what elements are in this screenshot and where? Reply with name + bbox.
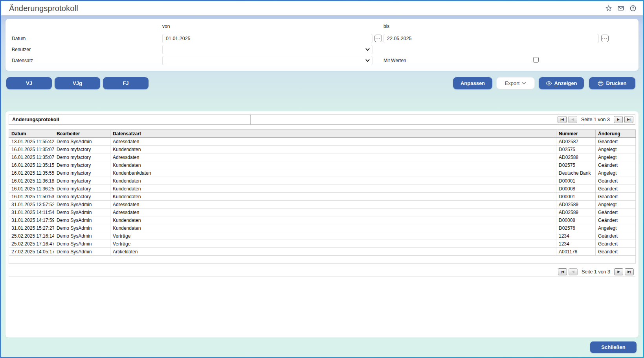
column-header-bearbeiter[interactable]: Bearbeiter bbox=[54, 130, 110, 138]
table-row[interactable]: 25.02.2025 17:16:47Demo SysAdminVerträge… bbox=[9, 240, 636, 248]
column-header-aenderung[interactable]: Änderung bbox=[596, 130, 636, 138]
table-row[interactable]: 16.01.2025 11:50:53Demo myfactoryKundend… bbox=[9, 193, 636, 201]
vjg-button[interactable]: VJg bbox=[55, 77, 100, 89]
help-icon[interactable] bbox=[629, 5, 637, 12]
table-row[interactable]: 31.01.2025 14:11:54Demo SysAdminAdressda… bbox=[9, 209, 636, 216]
table-row[interactable]: 31.01.2025 13:57:52Demo SysAdminAdressda… bbox=[9, 201, 636, 209]
table-cell: Kundendaten bbox=[110, 146, 556, 153]
export-button[interactable]: Export bbox=[496, 77, 535, 89]
table-cell: Artikeldaten bbox=[110, 248, 556, 256]
page-indicator: Seite 1 von 3 bbox=[579, 269, 613, 275]
last-page-button[interactable]: ▶| bbox=[624, 116, 633, 123]
table-cell: Demo myfactory bbox=[54, 177, 110, 185]
table-cell: Verträge bbox=[110, 240, 556, 248]
table-cell: AD02589 bbox=[556, 201, 596, 209]
first-page-button[interactable]: |◀ bbox=[558, 268, 567, 275]
table-row[interactable]: 25.02.2025 17:16:14Demo SysAdminVerträge… bbox=[9, 232, 636, 240]
grid-footbar: |◀ ◀ Seite 1 von 3 ▶ ▶| bbox=[9, 267, 635, 277]
next-page-button[interactable]: ▶ bbox=[614, 116, 623, 123]
filter-panel: von bis Datum ··· ··· Benutzer Datensatz bbox=[6, 19, 638, 71]
table-cell: Angelegt bbox=[596, 224, 636, 232]
table-cell: D02576 bbox=[556, 224, 596, 232]
schliessen-button[interactable]: Schließen bbox=[590, 341, 637, 353]
anzeigen-button[interactable]: Anzeigen bbox=[539, 77, 584, 89]
anzeigen-label: Anzeigen bbox=[554, 80, 577, 86]
datensatz-select[interactable] bbox=[162, 56, 372, 65]
column-header-datensatzart[interactable]: Datensatzart bbox=[110, 130, 556, 138]
table-cell: Kundendaten bbox=[110, 185, 556, 193]
table-cell: Kundendaten bbox=[110, 193, 556, 201]
benutzer-select[interactable] bbox=[162, 45, 372, 54]
table-cell: AD02588 bbox=[556, 153, 596, 161]
table-cell: Demo myfactory bbox=[54, 193, 110, 201]
table-cell: Angelegt bbox=[596, 201, 636, 209]
table-row[interactable]: 31.01.2025 15:27:27Demo SysAdminKundenda… bbox=[9, 224, 636, 232]
table-row[interactable]: 16.01.2025 11:36:18Demo myfactoryKundend… bbox=[9, 177, 636, 185]
table-cell: 1234 bbox=[556, 240, 596, 248]
table-cell: Geändert bbox=[596, 138, 636, 146]
page-title: Änderungsprotokoll bbox=[1, 4, 78, 13]
table-cell: Geändert bbox=[596, 240, 636, 248]
table-cell: 16.01.2025 11:35:07 bbox=[9, 146, 54, 153]
table-cell: Geändert bbox=[596, 248, 636, 256]
table-cell: 16.01.2025 11:36:25 bbox=[9, 185, 54, 193]
mail-icon[interactable] bbox=[617, 5, 624, 12]
pager-top: |◀ ◀ Seite 1 von 3 ▶ ▶| bbox=[558, 116, 633, 123]
table-cell: Geändert bbox=[596, 185, 636, 193]
prev-page-button[interactable]: ◀ bbox=[569, 268, 578, 275]
table-cell: Demo SysAdmin bbox=[54, 248, 110, 256]
export-label: Export bbox=[505, 80, 520, 86]
table-row[interactable]: 16.01.2025 11:36:25Demo myfactoryKundend… bbox=[9, 185, 636, 193]
table-cell: D00001 bbox=[556, 193, 596, 201]
table-cell: Angelegt bbox=[596, 153, 636, 161]
vj-button[interactable]: VJ bbox=[6, 77, 52, 89]
table-row[interactable]: 27.02.2025 14:05:17Demo SysAdminArtikeld… bbox=[9, 248, 636, 256]
column-header-datum[interactable]: Datum bbox=[9, 130, 54, 138]
fj-button[interactable]: FJ bbox=[103, 77, 149, 89]
datum-bis-input[interactable] bbox=[383, 34, 599, 43]
table-row[interactable]: 31.01.2025 14:17:59Demo SysAdminKundenda… bbox=[9, 216, 636, 224]
table-cell: Geändert bbox=[596, 177, 636, 185]
change-log-table: Datum Bearbeiter Datensatzart Nummer Änd… bbox=[9, 129, 636, 264]
grid-topbar: Änderungsprotokoll |◀ ◀ Seite 1 von 3 ▶ … bbox=[9, 114, 635, 125]
mit-werten-checkbox[interactable] bbox=[533, 57, 539, 63]
page-indicator: Seite 1 von 3 bbox=[579, 117, 612, 122]
datum-von-input[interactable] bbox=[162, 34, 372, 43]
table-cell: Kundendaten bbox=[110, 216, 556, 224]
table-row[interactable]: 13.01.2025 11:55:42Demo SysAdminAdressda… bbox=[9, 138, 636, 146]
grid-topbar-rest: |◀ ◀ Seite 1 von 3 ▶ ▶| bbox=[251, 115, 635, 124]
table-cell: Geändert bbox=[596, 232, 636, 240]
drucken-button[interactable]: Drucken bbox=[589, 77, 635, 89]
drucken-label: Drucken bbox=[606, 80, 626, 86]
table-row[interactable]: 16.01.2025 11:35:15Demo myfactoryKundend… bbox=[9, 161, 636, 169]
star-icon[interactable] bbox=[605, 5, 612, 12]
table-cell: 16.01.2025 11:36:18 bbox=[9, 177, 54, 185]
table-cell: Kundendaten bbox=[110, 224, 556, 232]
column-header-nummer[interactable]: Nummer bbox=[556, 130, 596, 138]
anpassen-button[interactable]: Anpassen bbox=[453, 77, 492, 89]
first-page-button[interactable]: |◀ bbox=[558, 116, 567, 123]
table-cell: 16.01.2025 11:50:53 bbox=[9, 193, 54, 201]
titlebar-icons bbox=[605, 5, 643, 12]
table-cell: AD02587 bbox=[556, 138, 596, 146]
datum-bis-picker-icon[interactable]: ··· bbox=[601, 35, 609, 42]
prev-page-button[interactable]: ◀ bbox=[568, 116, 577, 123]
table-cell: Verträge bbox=[110, 232, 556, 240]
table-row[interactable]: 16.01.2025 11:35:07Demo myfactoryKundend… bbox=[9, 146, 636, 153]
chevron-down-icon bbox=[365, 59, 370, 62]
grid-title: Änderungsprotokoll bbox=[9, 115, 251, 124]
next-page-button[interactable]: ▶ bbox=[614, 268, 623, 275]
table-cell: Demo myfactory bbox=[54, 146, 110, 153]
table-row[interactable]: 16.01.2025 11:35:55Demo myfactoryKundenb… bbox=[9, 169, 636, 177]
table-cell: Geändert bbox=[596, 216, 636, 224]
last-page-button[interactable]: ▶| bbox=[625, 268, 634, 275]
datum-von-picker-icon[interactable]: ··· bbox=[374, 35, 382, 42]
printer-icon bbox=[598, 81, 604, 86]
table-cell: D00008 bbox=[556, 185, 596, 193]
table-cell: Demo SysAdmin bbox=[54, 201, 110, 209]
pager-bottom: |◀ ◀ Seite 1 von 3 ▶ ▶| bbox=[558, 268, 634, 275]
table-cell: A001176 bbox=[556, 248, 596, 256]
table-cell: Adressdaten bbox=[110, 209, 556, 216]
table-row[interactable]: 16.01.2025 11:35:07Demo myfactoryAdressd… bbox=[9, 153, 636, 161]
table-cell: 31.01.2025 15:27:27 bbox=[9, 224, 54, 232]
